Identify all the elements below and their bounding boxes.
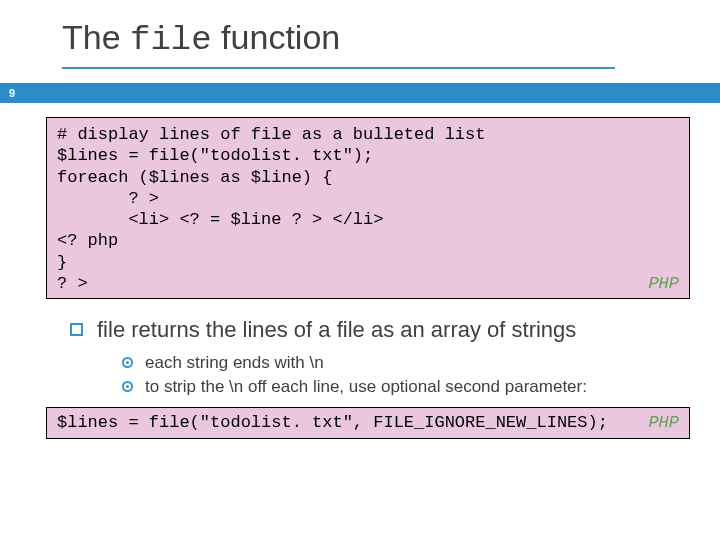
circle-bullet-icon [122,357,133,368]
bullet-main-text: file returns the lines of a file as an a… [97,317,576,343]
bullet-sub: each string ends with \n [122,353,690,373]
content: # display lines of file as a bulleted li… [0,103,720,439]
title-mono: file [130,21,212,59]
code-line: foreach ($lines as $line) { [57,168,332,187]
bullet-sub-text: each string ends with \n [145,353,324,373]
code-line: $lines = file("todolist. txt"); [57,146,373,165]
title-post: function [212,18,341,56]
slide-title: The file function [0,0,720,67]
bar-fill [24,83,720,103]
sub-bullet-list: each string ends with \n to strip the \n… [70,353,690,397]
slide-number: 9 [0,83,24,103]
bullet-sub-text: to strip the \n off each line, use optio… [145,377,587,397]
code-line: ? > [57,189,159,208]
code-line: $lines = file("todolist. txt", FILE_IGNO… [57,413,608,432]
header-bar: 9 [0,83,720,103]
circle-bullet-icon [122,381,133,392]
code-line: # display lines of file as a bulleted li… [57,125,485,144]
lang-label: PHP [648,273,679,294]
code-line: ? > [57,274,88,293]
bullet-list: file returns the lines of a file as an a… [46,299,690,397]
title-underline [62,67,615,69]
square-bullet-icon [70,323,83,336]
slide: The file function 9 # display lines of f… [0,0,720,540]
code-block-2: $lines = file("todolist. txt", FILE_IGNO… [46,407,690,439]
code-line: } [57,253,67,272]
code-line: <li> <? = $line ? > </li> [57,210,383,229]
title-pre: The [62,18,130,56]
bullet-main: file returns the lines of a file as an a… [70,317,690,343]
code-block-1: # display lines of file as a bulleted li… [46,117,690,299]
code-line: <? php [57,231,118,250]
lang-label: PHP [648,412,679,434]
bullet-sub: to strip the \n off each line, use optio… [122,377,690,397]
